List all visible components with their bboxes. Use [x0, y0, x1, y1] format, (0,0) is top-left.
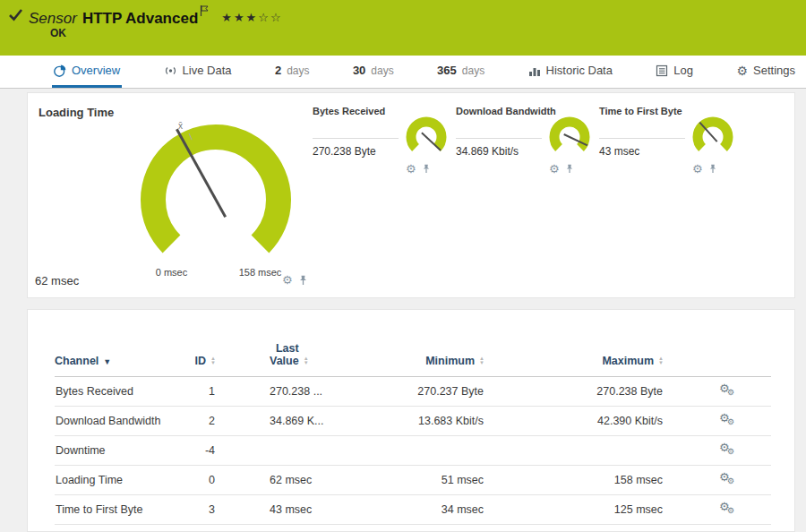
table-row[interactable]: Time to First Byte 3 43 msec 34 msec 125…: [55, 495, 771, 525]
channel-name-cell[interactable]: Bytes Received: [55, 377, 189, 407]
mini-gauge-download-bandwidth: Download Bandwidth 34.869 Kbit/s ⚙: [456, 106, 599, 188]
gauge-gear-icon[interactable]: ⚙: [692, 163, 703, 175]
table-row[interactable]: Loading Time 0 62 msec 51 msec 158 msec …: [55, 466, 771, 495]
tab-value: 365: [437, 64, 457, 77]
column-header-id[interactable]: ID▲▼: [189, 342, 216, 377]
channel-settings-icon[interactable]: ⚙⚙: [719, 501, 737, 516]
gauge-gear-icon[interactable]: ⚙: [406, 163, 416, 175]
maximum-cell: 125 msec: [484, 495, 664, 525]
priority-star-rating[interactable]: ★★★☆☆: [221, 11, 282, 24]
table-header-row: Channel▼ ID▲▼ LastValue▲▼ Minimum▲▼ Maxi…: [55, 342, 771, 377]
tab-label: Live Data: [183, 64, 232, 77]
tab-value: 2: [275, 64, 281, 77]
tab-label: Log: [673, 64, 693, 77]
maximum-cell: 158 msec: [484, 466, 664, 495]
status-check-icon: [8, 8, 23, 21]
channel-id-cell: 0: [189, 466, 216, 495]
minimum-cell: 34 msec: [359, 495, 484, 525]
tab-settings[interactable]: ⚙ Settings: [734, 56, 797, 88]
gauge-pin-icon[interactable]: [298, 275, 308, 286]
mini-gauge-value: 270.238 Byte: [313, 145, 376, 158]
live-data-icon: [164, 64, 177, 77]
gauges-panel: Loading Time x̄ 0 msec 158 msec 62 msec …: [27, 92, 795, 298]
sort-arrows-icon[interactable]: ▲▼: [210, 356, 216, 365]
gauge-arc: [153, 137, 279, 244]
table-row[interactable]: Bytes Received 1 270.238 ... 270.237 Byt…: [55, 377, 771, 407]
tab-2-days[interactable]: 2 days: [273, 56, 312, 88]
priority-flag-icon[interactable]: [200, 5, 209, 16]
mini-gauge-dial[interactable]: [545, 113, 594, 161]
tab-label: Historic Data: [546, 64, 613, 77]
column-header-actions: [664, 342, 771, 377]
historic-chart-icon: [528, 64, 541, 77]
gauge-pin-icon[interactable]: [708, 164, 717, 174]
sensor-kind-label: Sensor: [29, 10, 77, 27]
overview-pie-icon: [54, 64, 66, 77]
maximum-cell: [484, 436, 664, 466]
minimum-cell: 51 msec: [359, 466, 484, 495]
mini-gauge-dial[interactable]: [689, 113, 737, 161]
tab-live-data[interactable]: Live Data: [162, 56, 234, 88]
divider: [456, 138, 542, 139]
channel-id-cell: -4: [189, 436, 216, 466]
last-value-cell: 34.869 K...: [216, 407, 359, 436]
minimum-cell: 13.683 Kbit/s: [359, 407, 484, 436]
tab-bar: Overview Live Data 2 days 30 days 365 da…: [0, 56, 806, 89]
gauge-scale-max: 158 msec: [233, 267, 287, 278]
tab-365-days[interactable]: 365 days: [435, 56, 486, 88]
minimum-cell: [359, 436, 484, 466]
table-row[interactable]: Downtime -4 ⚙⚙: [55, 436, 771, 466]
channel-settings-icon[interactable]: ⚙⚙: [719, 442, 737, 457]
channel-settings-icon[interactable]: ⚙⚙: [719, 412, 737, 427]
table-row[interactable]: Download Bandwidth 2 34.869 K... 13.683 …: [55, 407, 771, 436]
tab-overview[interactable]: Overview: [52, 56, 122, 88]
column-header-minimum[interactable]: Minimum▲▼: [359, 342, 484, 377]
gauge-pin-icon[interactable]: [422, 164, 431, 174]
last-value-cell: [216, 436, 359, 466]
sensor-header-bar: SensorHTTP Advanced★★★☆☆ OK: [0, 0, 806, 56]
mini-gauge-bytes-received: Bytes Received 270.238 Byte ⚙: [313, 106, 456, 188]
column-header-channel[interactable]: Channel▼: [55, 342, 189, 377]
tab-value: 30: [353, 64, 365, 77]
channel-table: Channel▼ ID▲▼ LastValue▲▼ Minimum▲▼ Maxi…: [55, 342, 771, 525]
tab-label: Settings: [753, 64, 795, 77]
column-header-maximum[interactable]: Maximum▲▼: [484, 342, 664, 377]
channel-settings-icon[interactable]: ⚙⚙: [719, 471, 737, 486]
channel-id-cell: 3: [189, 495, 216, 525]
channel-id-cell: 2: [189, 407, 216, 436]
mean-marker-label: x̄: [178, 121, 183, 131]
mini-gauge-value: 34.869 Kbit/s: [456, 145, 519, 158]
gauge-gear-icon[interactable]: ⚙: [549, 163, 560, 175]
tab-historic-data[interactable]: Historic Data: [527, 56, 614, 88]
sort-caret-icon[interactable]: ▼: [103, 357, 111, 366]
channel-name-cell[interactable]: Download Bandwidth: [55, 407, 189, 436]
sort-arrows-icon[interactable]: ▲▼: [479, 356, 484, 365]
channel-id-cell: 1: [189, 377, 216, 407]
channel-settings-icon[interactable]: ⚙⚙: [719, 382, 737, 398]
channel-name-cell[interactable]: Loading Time: [55, 466, 189, 495]
maximum-cell: 270.238 Byte: [484, 377, 664, 407]
gauge-gear-icon[interactable]: ⚙: [282, 274, 293, 286]
channel-name-cell[interactable]: Downtime: [55, 436, 189, 466]
minimum-cell: 270.237 Byte: [359, 377, 484, 407]
gauge-scale-min: 0 msec: [144, 267, 199, 278]
mini-gauge-dial[interactable]: [402, 113, 450, 161]
tab-unit: days: [287, 64, 309, 77]
channel-name-cell[interactable]: Time to First Byte: [55, 495, 189, 525]
tab-30-days[interactable]: 30 days: [351, 56, 396, 88]
last-value-cell: 270.238 ...: [216, 377, 359, 407]
sort-arrows-icon[interactable]: ▲▼: [304, 356, 309, 365]
sort-arrows-icon[interactable]: ▲▼: [658, 356, 664, 365]
gauge-pin-icon[interactable]: [565, 164, 574, 174]
last-value-cell: 43 msec: [216, 495, 359, 525]
tab-unit: days: [462, 64, 484, 77]
mini-gauge-time-to-first-byte: Time to First Byte 43 msec ⚙: [599, 106, 742, 188]
divider: [599, 138, 685, 139]
tab-log[interactable]: Log: [654, 56, 695, 88]
last-value-cell: 62 msec: [216, 466, 359, 495]
sensor-status-badge: OK: [50, 27, 66, 39]
primary-gauge-value: 62 msec: [35, 274, 79, 287]
tab-unit: days: [371, 64, 393, 77]
column-header-last-value[interactable]: LastValue▲▼: [216, 342, 359, 377]
log-list-icon: [656, 64, 668, 77]
